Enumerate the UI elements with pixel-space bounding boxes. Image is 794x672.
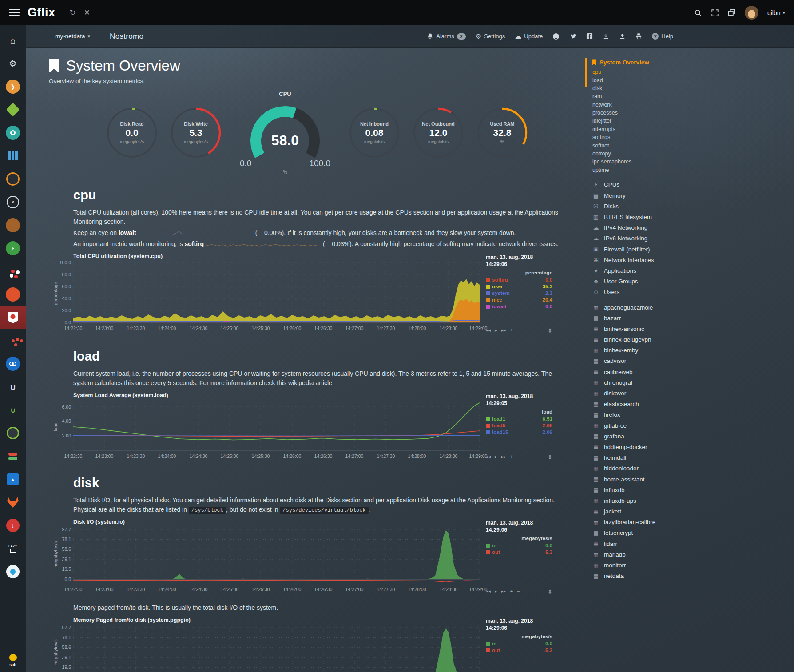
legend-item[interactable]: system 2.3 [486,290,552,297]
fullscreen-icon[interactable] [711,9,719,17]
resize-icon[interactable]: ⇕ [548,454,552,461]
pan-left-icon[interactable]: ◂◂ [486,588,491,594]
play-icon[interactable]: ▸ [495,454,497,460]
search-icon[interactable] [694,9,702,17]
play-icon[interactable]: ▸ [495,327,497,333]
nav-section-item[interactable]: ♥ Applications [592,265,794,276]
rail-app-icon-1[interactable]: ❯ [0,75,26,98]
update-button[interactable]: ☁ Update [515,32,543,40]
nav-app-item[interactable]: ▦ netdata [592,571,794,581]
nav-app-item[interactable]: ▦ letsencrypt [592,528,794,538]
nav-subitem[interactable]: interrupts [592,125,794,133]
nav-app-item[interactable]: ▦ binhex-emby [592,345,794,356]
help-button[interactable]: ? Help [652,33,673,40]
nav-app-item[interactable]: ▦ apacheguacamole [592,302,794,313]
nav-subitem[interactable]: cpu [592,68,794,76]
nav-app-item[interactable]: ▦ grafana [592,431,794,441]
zoom-out-icon[interactable]: − [517,327,520,333]
nav-section-item[interactable]: ☺ Users [592,287,794,298]
nav-subitem[interactable]: uptime [592,166,794,174]
nav-app-item[interactable]: ▦ mariadb [592,549,794,560]
refresh-icon[interactable]: ↻ [70,8,76,17]
zoom-in-icon[interactable]: + [510,588,513,594]
rail-app-icon-2[interactable] [0,98,26,121]
print-button[interactable] [635,33,642,40]
rail-app-icon-14[interactable]: ∪ [0,375,26,398]
legend-item[interactable]: out -5.3 [486,549,552,556]
rail-app-icon-sab[interactable]: sab [0,649,26,672]
nav-app-item[interactable]: ▦ monitorr [592,560,794,570]
nav-app-item[interactable]: ▦ chronograf [592,377,794,388]
rail-app-icon-19[interactable] [0,491,26,514]
rail-app-icon-13[interactable] [0,352,26,375]
nav-subitem[interactable]: softnet [592,141,794,149]
gauge-disk-read[interactable]: Disk Read0.0megabytes/s [106,107,158,159]
hamburger-menu-icon[interactable] [9,7,20,18]
nav-app-item[interactable]: ▦ calibreweb [592,366,794,377]
avatar[interactable] [745,6,758,20]
close-icon[interactable]: ✕ [84,8,90,17]
user-menu[interactable]: gilbn ▾ [767,9,785,16]
nav-section-item[interactable]: ▥ BTRFS filesystem [592,211,794,222]
nav-subitem[interactable]: ram [592,92,794,100]
nav-section-item[interactable]: ⚡ CPUs [592,179,794,190]
nav-app-item[interactable]: ▦ lidarr [592,538,794,549]
gauge-cpu[interactable]: CPU 58.0 0.0100.0 % [234,91,337,175]
import-button[interactable] [603,33,609,40]
nav-app-item[interactable]: ▦ bazarr [592,313,794,323]
rail-app-icon-9[interactable] [0,260,26,283]
rail-app-icon-6[interactable]: ✕ [0,191,26,214]
legend-item[interactable]: user 35.3 [486,283,552,290]
rail-app-icon-17[interactable] [0,445,26,468]
gauge-net-inbound[interactable]: Net Inbound0.08megabits/s [348,107,401,159]
legend-item[interactable]: load15 2.06 [486,429,552,436]
nav-app-item[interactable]: ▦ jackett [592,506,794,517]
nav-subitem[interactable]: softirqs [592,133,794,141]
legend-item[interactable]: nice 20.4 [486,297,552,303]
gauge-net-outbound[interactable]: Net Outbound12.0megabits/s [412,107,464,159]
nav-app-item[interactable]: ▦ binhex-airsonic [592,323,794,334]
nav-subitem[interactable]: load [592,76,794,84]
nav-app-item[interactable]: ▦ lazylibrarian-calibre [592,517,794,528]
rail-app-icon-15[interactable]: ∪ [0,398,26,421]
legend-item[interactable]: in 0.0 [486,640,552,647]
nav-section-item[interactable]: ☻ User Groups [592,276,794,287]
nav-app-item[interactable]: ▦ firefox [592,410,794,420]
export-button[interactable] [619,33,626,40]
resize-icon[interactable]: ⇕ [548,588,552,595]
nav-subitem[interactable]: processes [592,109,794,117]
nav-app-item[interactable]: ▦ cadvisor [592,356,794,366]
nav-section-item[interactable]: ▤ Memory [592,190,794,201]
rail-app-icon-18[interactable]: ▲ [0,468,26,491]
tabs-icon[interactable] [728,9,736,17]
legend-item[interactable]: in 0.0 [486,542,552,549]
resize-icon[interactable]: ⇕ [548,327,552,334]
nav-subitem[interactable]: ipc semaphores [592,158,794,166]
nav-app-item[interactable]: ▦ home-assistant [592,474,794,485]
nav-app-item[interactable]: ▦ gitlab-ce [592,420,794,431]
nav-section-item[interactable]: ☁ IPv6 Networking [592,233,794,244]
pan-right-icon[interactable]: ▸▸ [501,454,506,460]
nav-section-item[interactable]: ▣ Firewall (netfilter) [592,244,794,254]
pan-right-icon[interactable]: ▸▸ [501,327,506,333]
pan-left-icon[interactable]: ◂◂ [486,454,491,460]
rail-app-icon-3[interactable] [0,121,26,144]
rail-home-icon[interactable]: ⌂ [0,29,26,52]
nav-section-item[interactable]: ⌘ Network Interfaces [592,254,794,265]
nav-app-item[interactable]: ▦ hiddenloader [592,463,794,474]
zoom-in-icon[interactable]: + [510,454,513,460]
nav-subitem[interactable]: network [592,101,794,109]
facebook-button[interactable] [586,33,593,40]
load-plot-area[interactable]: 6.00 4.00 2.00 load 14:22:30 14:23:00 [53,399,480,462]
play-icon[interactable]: ▸ [495,588,497,594]
nav-app-item[interactable]: ▦ hddtemp-docker [592,441,794,452]
nav-app-item[interactable]: ▦ diskover [592,388,794,398]
legend-item[interactable]: iowait 0.0 [486,303,552,310]
legend-item[interactable]: out -5.2 [486,647,552,654]
nav-subitem[interactable]: entropy [592,150,794,158]
nav-app-item[interactable]: ▦ binhex-delugevpn [592,334,794,345]
nav-system-overview[interactable]: System Overview [592,59,794,66]
zoom-in-icon[interactable]: + [510,327,513,333]
zoom-out-icon[interactable]: − [517,588,520,594]
rail-settings-icon[interactable]: ⚙ [0,52,26,75]
